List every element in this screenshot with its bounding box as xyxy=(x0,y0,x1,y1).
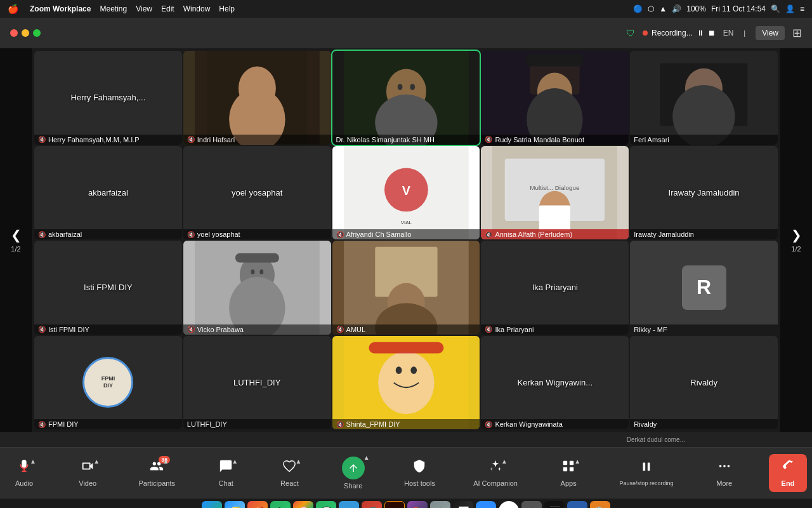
menu-help[interactable]: Help xyxy=(219,4,235,13)
dock-misc[interactable]: 🔍 xyxy=(590,501,610,509)
react-button[interactable]: ▲ React xyxy=(270,455,308,491)
prev-page-button[interactable]: ❮ 1/2 xyxy=(0,48,32,432)
dock-word[interactable]: W xyxy=(567,501,587,509)
participant-cell-feri[interactable]: Feri Amsari xyxy=(630,51,778,145)
participant-cell-ika[interactable]: Ika Priaryani 🔇 Ika Priaryani xyxy=(481,241,629,335)
volume-icon: 🔊 xyxy=(672,4,681,13)
participant-cell-annisa[interactable]: Multist... Dialogue 🔇 Annisa Alfath (Per… xyxy=(481,146,629,240)
participant-cell-shinta[interactable]: 🔇 Shinta_FPMI DIY xyxy=(332,336,480,430)
siri-icon[interactable]: 👤 xyxy=(785,4,795,13)
dock-piano[interactable]: 🎹 xyxy=(544,501,565,509)
menu-extras-icon[interactable]: ≡ xyxy=(800,4,804,13)
dock-bluetooth-mgr[interactable]: ⬡ xyxy=(521,501,542,509)
menu-bar-left: 🍎 Zoom Workplace Meeting View Edit Windo… xyxy=(8,4,235,14)
menu-view[interactable]: View xyxy=(136,4,152,13)
dock-finder[interactable]: 🖥 xyxy=(202,501,222,509)
close-button[interactable] xyxy=(10,29,18,37)
mute-icon: 🔇 xyxy=(485,421,492,428)
react-label: React xyxy=(280,479,299,487)
name-bar: 🔇 Ika Priaryani xyxy=(481,324,629,335)
svg-rect-42 xyxy=(369,342,443,353)
svg-point-41 xyxy=(410,366,417,374)
zoom-menu-icon: 🔵 xyxy=(633,4,643,13)
pause-recording-button[interactable]: Pause/stop recording xyxy=(613,456,679,490)
apple-icon[interactable]: 🍎 xyxy=(8,4,18,14)
view-button[interactable]: View xyxy=(756,26,785,40)
dock-launchpad[interactable]: 🚀 xyxy=(247,501,268,509)
ai-companion-button[interactable]: ▲ AI Companion xyxy=(467,455,524,491)
dock-chrome[interactable]: ⊙ xyxy=(499,501,519,509)
video-feed-nikolas xyxy=(332,51,480,145)
dock-photos[interactable]: 🌸 xyxy=(293,501,313,509)
dock-illustrator[interactable]: Ai xyxy=(384,501,405,509)
dock-maps[interactable]: 🗺 xyxy=(270,501,291,509)
participant-cell-luthfi[interactable]: LUTHFI_DIY LUTHFI_DIY xyxy=(183,336,331,430)
participant-cell-irawaty[interactable]: Irawaty Jamaluddin Irawaty Jamaluddin xyxy=(630,146,778,240)
participant-cell-afriyandi[interactable]: V VIAL 🔇 Afriyandi Ch Samallo xyxy=(332,146,480,240)
participant-cell-rikky[interactable]: R Rikky - MF xyxy=(630,241,778,335)
participant-cell-yoel[interactable]: yoel yosaphat 🔇 yoel yosaphat xyxy=(183,146,331,240)
participant-cell-fpmi-diy[interactable]: FPMIDIY 🔇 FPMI DIY xyxy=(34,336,182,430)
menu-window[interactable]: Window xyxy=(183,4,211,13)
participant-cell-indri[interactable]: 🔇 Indri Hafsari xyxy=(183,51,331,145)
video-feed-amul xyxy=(332,241,480,335)
participant-cell-kerkan[interactable]: Kerkan Wignyawin... 🔇 Kerkan Wignyawinat… xyxy=(481,336,629,430)
participant-name: Irawaty Jamaluddin xyxy=(634,231,694,238)
pause-recording-label: Pause/stop recording xyxy=(619,480,673,486)
participant-cell-isti[interactable]: Isti FPMI DIY 🔇 Isti FPMI DIY xyxy=(34,241,182,335)
dock-books[interactable]: 📚 xyxy=(407,501,428,509)
svg-point-40 xyxy=(395,366,402,374)
recording-label: Recording... xyxy=(652,29,693,37)
dock-safari[interactable]: 🧭 xyxy=(225,501,245,509)
host-tools-button[interactable]: Host tools xyxy=(398,455,442,491)
menu-edit[interactable]: Edit xyxy=(161,4,174,13)
name-bar: 🔇 Vicko Prabawa xyxy=(183,324,331,335)
menu-meeting[interactable]: Meeting xyxy=(100,4,127,13)
mute-icon: 🔇 xyxy=(336,421,344,428)
share-button[interactable]: ▲ Share xyxy=(334,453,372,493)
security-shield-icon: 🛡 xyxy=(626,28,635,38)
more-button[interactable]: More xyxy=(705,455,743,491)
arrow-up-icon: ▲ xyxy=(162,458,169,465)
dock-system-prefs[interactable]: ⚙ xyxy=(430,501,450,509)
participant-cell-nikolas[interactable]: Dr. Nikolas Simanjuntak SH MH xyxy=(332,51,480,145)
display-name: Kerkan Wignyawin... xyxy=(513,378,598,387)
app-name[interactable]: Zoom Workplace xyxy=(30,4,91,13)
participant-name: akbarfaizal xyxy=(48,231,82,238)
participant-cell-amul[interactable]: 🔇 AMUL xyxy=(332,241,480,335)
search-icon[interactable]: 🔍 xyxy=(771,4,780,13)
dock-music[interactable]: 🎵 xyxy=(362,501,382,509)
menu-items: Meeting View Edit Window Help xyxy=(100,4,235,13)
end-button[interactable]: End xyxy=(769,454,807,492)
participant-name: LUTHFI_DIY xyxy=(187,420,227,428)
display-name: Isti FPMI DIY xyxy=(79,283,138,292)
dock-zoom[interactable]: Z xyxy=(476,501,496,509)
end-label: End xyxy=(782,479,795,487)
video-feed-afriyandi: V VIAL xyxy=(332,146,480,240)
page-indicator-right: 1/2 xyxy=(791,245,801,253)
participant-cell-vicko[interactable]: 🔇 Vicko Prabawa xyxy=(183,241,331,335)
minimize-button[interactable] xyxy=(22,29,29,37)
messages-icon: 💬 xyxy=(321,506,332,509)
language-selector[interactable]: EN xyxy=(723,29,734,37)
pause-recording-icon[interactable]: ⏸ xyxy=(697,29,704,37)
participant-cell-akbar[interactable]: akbarfaizal 🔇 akbarfaizal xyxy=(34,146,182,240)
dock-files[interactable]: 📁 xyxy=(339,501,359,509)
svg-point-50 xyxy=(723,465,726,467)
apps-button[interactable]: ▲ Apps xyxy=(549,455,587,491)
participant-cell-herry[interactable]: Herry Fahamsyah,... 🔇 Herry Fahamsyah,M.… xyxy=(34,51,182,145)
tooltip-text: Derkat dudul come... xyxy=(627,436,685,443)
dock-messages[interactable]: 💬 xyxy=(316,501,336,509)
maximize-button[interactable] xyxy=(33,29,41,37)
participant-cell-rivaldy[interactable]: Rivaldy Rivaldy xyxy=(630,336,778,430)
chat-button[interactable]: ▲ Chat xyxy=(207,455,245,491)
more-label: More xyxy=(716,479,732,487)
participants-button[interactable]: 36 ▲ Participants xyxy=(133,455,181,491)
participant-cell-rudy[interactable]: 🔇 Rudy Satria Mandala Bonuot xyxy=(481,51,629,145)
video-button[interactable]: ▲ Video xyxy=(69,455,107,491)
next-page-button[interactable]: ❯ 1/2 xyxy=(780,48,812,432)
stop-recording-icon[interactable]: ⏹ xyxy=(708,29,716,37)
audio-button[interactable]: ▲ Audio xyxy=(5,455,43,491)
grid-view-icon[interactable]: ⊞ xyxy=(792,26,802,40)
dock-dashboard[interactable]: 📊 xyxy=(453,501,473,509)
